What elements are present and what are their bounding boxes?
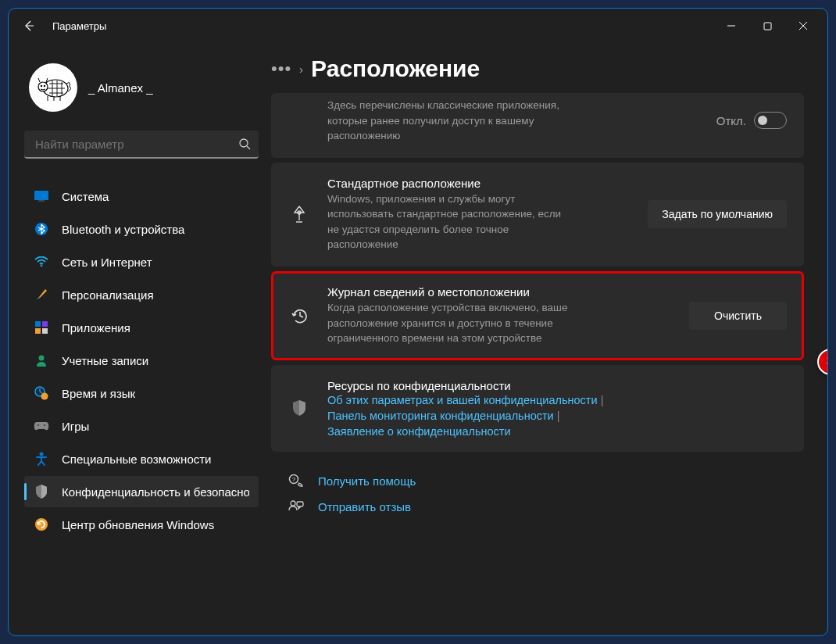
sidebar: _ Almanex _ Система Bluetooth и устройст… (9, 43, 268, 635)
svg-point-21 (35, 518, 48, 531)
maximize-button[interactable] (749, 12, 785, 40)
back-button[interactable] (15, 12, 43, 40)
accessibility-icon (34, 451, 49, 467)
sidebar-item-privacy[interactable]: Конфиденциальность и безопасность (24, 476, 259, 507)
card-default-location: Стандартное расположение Windows, прилож… (271, 163, 804, 267)
nav-label: Система (62, 190, 109, 203)
annotation-badge: 3 (817, 349, 827, 375)
sidebar-item-time-language[interactable]: Время и язык (24, 377, 259, 409)
avatar-image (32, 66, 74, 109)
svg-point-5 (44, 85, 45, 87)
username: _ Almanex _ (88, 81, 153, 95)
svg-rect-13 (35, 328, 41, 334)
svg-point-15 (39, 356, 45, 361)
sidebar-item-system[interactable]: Система (24, 181, 259, 212)
card-location-history: Журнал сведений о местоположении Когда р… (271, 271, 804, 360)
clear-button[interactable]: Очистить (689, 302, 787, 330)
nav-label: Центр обновления Windows (62, 518, 214, 531)
avatar (29, 63, 77, 112)
clock-globe-icon (34, 385, 49, 401)
gamepad-icon (34, 418, 49, 434)
set-default-button[interactable]: Задать по умолчанию (648, 200, 787, 228)
svg-rect-26 (297, 502, 303, 506)
close-button[interactable] (785, 12, 821, 40)
link-privacy-dashboard[interactable]: Панель мониторинга конфиденциальности (327, 410, 787, 422)
card-desc: Windows, приложения и службы могут испол… (327, 191, 570, 252)
nav-label: Учетные записи (62, 354, 148, 367)
page-title: Расположение (311, 55, 480, 82)
sidebar-item-bluetooth[interactable]: Bluetooth и устройства (24, 213, 259, 245)
card-desc: Когда расположение устройства включено, … (327, 300, 585, 346)
toggle-pill-icon (754, 112, 787, 129)
give-feedback-link[interactable]: Отправить отзыв (288, 500, 804, 514)
toggle-label: Откл. (716, 114, 746, 127)
minimize-button[interactable] (713, 12, 749, 40)
search-box[interactable] (24, 131, 259, 159)
profile[interactable]: _ Almanex _ (24, 49, 259, 131)
svg-point-19 (44, 424, 45, 426)
close-icon (798, 21, 808, 30)
link-privacy-statement[interactable]: Заявление о конфиденциальности (327, 425, 787, 438)
get-help-link[interactable]: ? Получить помощь (288, 474, 804, 489)
sidebar-item-apps[interactable]: Приложения (24, 312, 259, 343)
main-content: ••• › Расположение Здесь перечислены кла… (268, 43, 827, 635)
breadcrumb: ••• › Расположение (271, 55, 804, 82)
svg-rect-8 (38, 200, 45, 202)
footer-label: Отправить отзыв (318, 500, 411, 513)
settings-window: Параметры (8, 8, 828, 636)
card-desc: Здесь перечислены классические приложени… (327, 98, 562, 144)
chevron-right-icon: › (299, 63, 303, 76)
nav-label: Персонализация (62, 288, 154, 302)
svg-point-6 (240, 139, 248, 147)
svg-point-17 (41, 393, 48, 400)
card-title: Ресурсы по конфиденциальности (327, 379, 787, 392)
arrow-left-icon (23, 20, 35, 32)
titlebar: Параметры (9, 9, 827, 43)
apps-icon (34, 320, 49, 335)
svg-point-4 (41, 85, 42, 87)
sidebar-item-accessibility[interactable]: Специальные возможности (24, 443, 259, 474)
sidebar-item-network[interactable]: Сеть и Интернет (24, 246, 259, 277)
toggle-control[interactable]: Откл. (716, 112, 787, 129)
svg-rect-12 (42, 321, 48, 327)
shield-icon (288, 399, 310, 417)
sidebar-item-gaming[interactable]: Игры (24, 410, 259, 442)
nav-label: Специальные возможности (62, 453, 212, 466)
svg-point-10 (41, 265, 43, 267)
nav: Система Bluetooth и устройства Сеть и Ин… (24, 181, 259, 540)
bluetooth-icon (34, 221, 49, 237)
sidebar-item-personalization[interactable]: Персонализация (24, 279, 259, 310)
update-icon (34, 517, 49, 532)
search-input[interactable] (35, 138, 238, 151)
svg-point-25 (291, 501, 295, 506)
nav-label: Время и язык (62, 387, 135, 400)
map-pin-icon (288, 205, 310, 224)
card-title: Стандартное расположение (327, 177, 631, 190)
nav-label: Конфиденциальность и безопасность (62, 485, 249, 499)
card-classic-apps: Здесь перечислены классические приложени… (271, 93, 804, 158)
card-privacy-resources: Ресурсы по конфиденциальности Об этих па… (271, 365, 804, 452)
minimize-icon (727, 21, 736, 30)
svg-rect-7 (34, 191, 48, 200)
history-icon (288, 306, 310, 325)
footer-label: Получить помощь (318, 474, 416, 488)
svg-text:?: ? (292, 476, 296, 483)
feedback-icon (288, 500, 304, 514)
sidebar-item-windows-update[interactable]: Центр обновления Windows (24, 509, 259, 540)
maximize-icon (763, 22, 772, 30)
search-icon (238, 138, 251, 150)
breadcrumb-more-icon[interactable]: ••• (271, 59, 291, 79)
help-icon: ? (288, 474, 304, 489)
nav-label: Приложения (62, 321, 130, 335)
link-about-settings[interactable]: Об этих параметрах и вашей конфиденциаль… (327, 394, 787, 406)
user-icon (34, 352, 49, 368)
footer-links: ? Получить помощь Отправить отзыв (271, 474, 804, 514)
window-title: Параметры (52, 20, 704, 32)
nav-label: Игры (62, 420, 89, 433)
brush-icon (34, 287, 49, 302)
card-title: Журнал сведений о местоположении (327, 285, 672, 299)
svg-point-18 (38, 424, 39, 426)
sidebar-item-accounts[interactable]: Учетные записи (24, 345, 259, 376)
nav-label: Сеть и Интернет (62, 256, 152, 269)
svg-point-20 (40, 453, 44, 456)
